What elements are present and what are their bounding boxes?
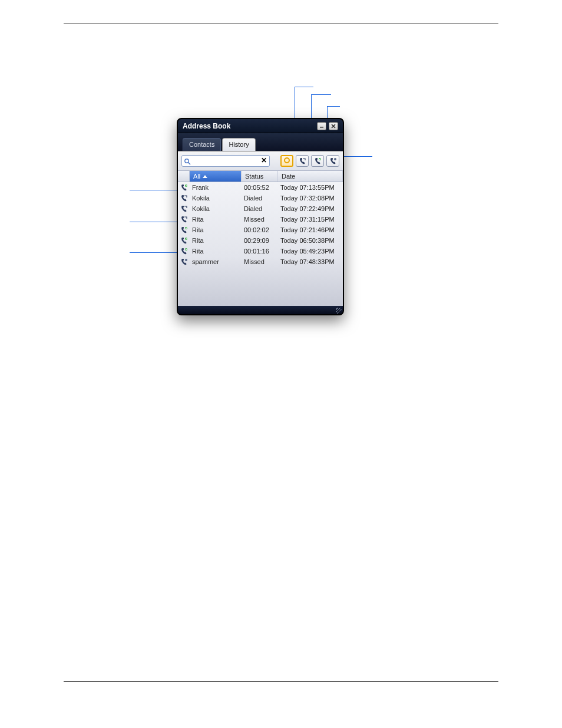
svg-rect-0 <box>320 127 323 128</box>
page-top-rule <box>64 24 498 24</box>
cell-date: Today 07:22:49PM <box>278 205 343 212</box>
table-row[interactable]: KokilaDialedToday 07:32:08PM <box>178 193 343 203</box>
search-icon <box>184 157 191 164</box>
table-row[interactable]: RitaMissedToday 07:31:15PM <box>178 214 343 225</box>
minimize-button[interactable] <box>317 122 326 130</box>
cell-status: 00:02:02 <box>242 226 278 233</box>
filter-received-button[interactable] <box>311 155 324 167</box>
cell-name: Rita <box>190 216 242 223</box>
cell-status: Missed <box>242 216 278 223</box>
tabs: Contacts History <box>183 138 338 151</box>
phone-received-icon <box>178 237 190 244</box>
filter-dialed-button[interactable] <box>296 155 309 167</box>
cell-status: 00:05:52 <box>242 184 278 191</box>
svg-point-5 <box>334 158 336 160</box>
filter-buttons <box>280 155 339 167</box>
history-list: Frank00:05:52Today 07:13:55PMKokilaDiale… <box>178 182 343 306</box>
phone-dialed-icon <box>178 205 190 212</box>
table-row[interactable]: Frank00:05:52Today 07:13:55PM <box>178 182 343 193</box>
header-status[interactable]: Status <box>242 171 278 182</box>
phone-dialed-icon <box>178 195 190 202</box>
statusbar <box>178 306 343 314</box>
cell-name: Rita <box>190 226 242 233</box>
svg-line-2 <box>189 163 190 164</box>
cell-date: Today 07:32:08PM <box>278 195 343 202</box>
phone-missed-icon <box>329 157 337 164</box>
header-label: All <box>193 173 200 180</box>
svg-point-10 <box>185 259 187 261</box>
phone-dialed-icon <box>298 157 306 164</box>
cell-date: Today 05:49:23PM <box>278 248 343 255</box>
header-label: Status <box>245 173 263 180</box>
header-label: Date <box>282 173 295 180</box>
phone-received-icon <box>178 184 190 191</box>
tab-label: History <box>229 141 249 148</box>
header-date[interactable]: Date <box>278 171 343 182</box>
callout-line <box>327 106 340 107</box>
cell-name: Kokila <box>190 205 242 212</box>
cell-date: Today 07:31:15PM <box>278 216 343 223</box>
filter-missed-button[interactable] <box>326 155 339 167</box>
table-row[interactable]: Rita00:29:09Today 06:50:38PM <box>178 235 343 246</box>
cell-status: Dialed <box>242 195 278 202</box>
search-box: ✕ <box>181 155 270 167</box>
filter-all-button[interactable] <box>280 155 293 167</box>
cell-status: 00:01:16 <box>242 248 278 255</box>
header-all[interactable]: All <box>190 171 242 182</box>
search-input[interactable] <box>181 155 270 167</box>
cell-date: Today 07:48:33PM <box>278 258 343 265</box>
cell-name: Kokila <box>190 195 242 202</box>
sort-asc-icon <box>203 175 207 178</box>
tab-contacts[interactable]: Contacts <box>183 138 221 151</box>
cell-date: Today 06:50:38PM <box>278 237 343 244</box>
cell-status: Missed <box>242 258 278 265</box>
page-bottom-rule <box>64 681 498 682</box>
cell-name: Rita <box>190 237 242 244</box>
phone-dialed-icon <box>178 216 190 223</box>
header-icon-col[interactable] <box>178 171 190 182</box>
cell-name: spammer <box>190 258 242 265</box>
cell-status: Dialed <box>242 205 278 212</box>
svg-point-1 <box>185 159 189 163</box>
callout-line <box>311 94 331 95</box>
phone-received-icon <box>313 157 322 164</box>
phone-missed-icon <box>178 258 190 265</box>
callout-line <box>295 87 313 87</box>
circle-icon <box>283 156 290 166</box>
phone-received-icon <box>178 226 190 233</box>
callout-line <box>342 156 372 157</box>
address-book-window: Address Book Contacts History <box>177 118 344 315</box>
table-row[interactable]: Rita00:01:16Today 05:49:23PM <box>178 246 343 256</box>
column-headers: All Status Date <box>178 170 343 182</box>
close-button[interactable] <box>329 122 338 130</box>
phone-received-icon <box>178 248 190 255</box>
cell-name: Frank <box>190 184 242 191</box>
window-controls <box>317 122 338 130</box>
tab-label: Contacts <box>189 141 214 148</box>
cell-date: Today 07:21:46PM <box>278 226 343 233</box>
table-row[interactable]: spammerMissedToday 07:48:33PM <box>178 256 343 267</box>
toolbar: ✕ <box>178 151 343 170</box>
svg-point-3 <box>285 158 289 163</box>
table-row[interactable]: KokilaDialedToday 07:22:49PM <box>178 203 343 214</box>
tabs-wrap: Contacts History <box>178 133 343 151</box>
cell-date: Today 07:13:55PM <box>278 184 343 191</box>
resize-grip[interactable] <box>336 308 342 314</box>
cell-name: Rita <box>190 248 242 255</box>
titlebar[interactable]: Address Book <box>178 119 343 133</box>
clear-search-button[interactable]: ✕ <box>260 156 268 164</box>
cell-status: 00:29:09 <box>242 237 278 244</box>
table-row[interactable]: Rita00:02:02Today 07:21:46PM <box>178 225 343 235</box>
window-title: Address Book <box>183 122 230 130</box>
close-icon: ✕ <box>261 156 267 164</box>
tab-history[interactable]: History <box>222 138 255 151</box>
